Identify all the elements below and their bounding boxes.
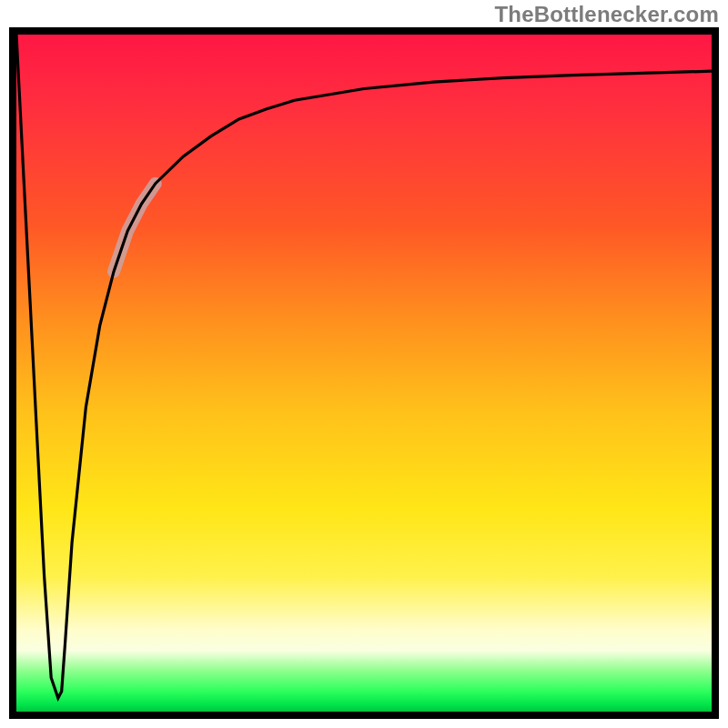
bottleneck-curve — [16, 35, 712, 698]
plot-area — [16, 35, 712, 712]
watermark-text: TheBottlenecker.com — [494, 2, 719, 27]
plot-frame — [9, 27, 719, 719]
chart-container: TheBottlenecker.com — [0, 0, 728, 728]
curve-highlight — [114, 184, 156, 272]
curve-layer — [16, 35, 712, 712]
